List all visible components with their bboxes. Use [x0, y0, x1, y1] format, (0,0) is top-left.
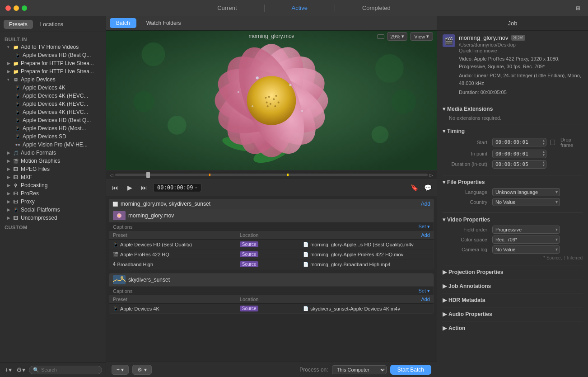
- duration-arrows: ▲ ▼: [543, 161, 545, 167]
- sidebar-item-label: MXF: [21, 174, 32, 180]
- go-to-start-button[interactable]: ⏮: [110, 182, 121, 193]
- view-button[interactable]: View ▾: [410, 32, 433, 41]
- tab-completed[interactable]: Completed: [335, 3, 418, 13]
- section-chevron-right-icon: ▶: [443, 269, 447, 275]
- col-header-preset-2: Preset: [113, 297, 240, 302]
- color-space-select[interactable]: Rec. 709*: [492, 236, 560, 244]
- sidebar-item-audio-formats[interactable]: ▶ 🎵 Audio Formats: [2, 149, 104, 157]
- sidebar-tab-presets[interactable]: Presets: [4, 20, 33, 29]
- job-file-name-morning-glory: morning_glory.mov: [128, 212, 174, 219]
- sidebar-item-apple-devices-4k-hevc2[interactable]: 📱 Apple Devices 4K (HEVC...: [2, 100, 104, 108]
- sidebar-item-prores[interactable]: ▶ 🎞 ProRes: [2, 189, 104, 198]
- file-icon: 📄: [303, 262, 308, 267]
- sidebar-item-apple-devices-4k-hevc1[interactable]: 📱 Apple Devices 4K (HEVC...: [2, 92, 104, 100]
- language-select[interactable]: Unknown language: [492, 188, 560, 196]
- sidebar-item-label: MPEG Files: [21, 166, 50, 172]
- timeline-bar[interactable]: [115, 174, 428, 176]
- settings-job-button[interactable]: ⚙ ▾: [132, 365, 151, 375]
- settings-button[interactable]: ⚙▾: [16, 365, 25, 374]
- sidebar-item-prepare-http-2[interactable]: ▶ 📁 Prepare for HTTP Live Strea...: [2, 67, 104, 75]
- start-time-input[interactable]: 00:00:00:01 ▲ ▼: [492, 138, 546, 146]
- field-order-select[interactable]: Progressive: [492, 226, 560, 234]
- video-properties-title[interactable]: ▾ Video Properties: [443, 216, 583, 224]
- tab-current[interactable]: Current: [190, 3, 264, 13]
- projection-title[interactable]: ▶ Projection Properties: [443, 268, 583, 276]
- camera-log-select[interactable]: No Value: [492, 245, 560, 254]
- add-job-button[interactable]: + ▾: [112, 365, 129, 375]
- sidebar-item-apple-devices-hd[interactable]: 📱 Apple Devices HD (Best Q...: [2, 51, 104, 59]
- audio-properties-title[interactable]: ▶ Audio Properties: [443, 310, 583, 318]
- sidebar-item-apple-devices-group[interactable]: ▾ 🖥 Apple Devices: [2, 75, 104, 84]
- preview-zoom[interactable]: 29% ▾: [387, 32, 407, 41]
- in-point-input[interactable]: 00:00:00:01 ▲ ▼: [492, 150, 546, 158]
- job-annotations-title[interactable]: ▶ Job Annotations: [443, 282, 583, 290]
- captions-row-skydivers: Captions Set ▾: [109, 286, 434, 295]
- set-label: Set: [418, 288, 426, 293]
- go-to-end-button[interactable]: ⏭: [139, 182, 149, 193]
- search-box[interactable]: 🔍: [29, 366, 102, 374]
- device-icon: 📱: [14, 52, 21, 58]
- sidebar-item-apple-devices-4k[interactable]: 📱 Apple Devices 4K: [2, 84, 104, 92]
- job-group-add-button[interactable]: Add: [421, 201, 430, 207]
- sidebar-item-add-to-tv[interactable]: ▾ 📁 Add to TV Home Videos: [2, 43, 104, 51]
- job-table-add-button-2[interactable]: Add: [303, 297, 430, 302]
- captions-set-button-2[interactable]: Set ▾: [418, 288, 430, 294]
- svg-point-30: [134, 91, 154, 112]
- search-input[interactable]: [41, 367, 98, 372]
- play-button[interactable]: ▶: [124, 182, 135, 193]
- sidebar-item-mpeg[interactable]: ▶ 🎞 MPEG Files: [2, 165, 104, 173]
- timing-title[interactable]: ▾ Timing: [443, 127, 583, 135]
- job-table-add-button[interactable]: Add: [303, 232, 430, 238]
- hdr-metadata-title[interactable]: ▶ HDR Metadata: [443, 296, 583, 304]
- chevron-right-icon: ▶: [7, 183, 12, 188]
- source-badge: Source: [240, 241, 259, 247]
- film-icon: 🎞: [13, 166, 19, 172]
- captions-set-button[interactable]: Set ▾: [418, 224, 430, 230]
- chevron-down-icon: ▾: [7, 45, 12, 49]
- action-title[interactable]: ▶ Action: [443, 324, 583, 332]
- drop-frame-checkbox[interactable]: [550, 140, 555, 145]
- tab-batch[interactable]: Batch: [110, 18, 136, 28]
- sidebar-item-apple-devices-hd-bestq[interactable]: 📱 Apple Devices HD (Best Q...: [2, 116, 104, 124]
- sidebar-item-mxf[interactable]: ▶ 🎞 MXF: [2, 173, 104, 181]
- time-display[interactable]: 00:00:00:09 ▾: [153, 183, 201, 192]
- folder-icon: 📁: [13, 44, 19, 50]
- media-extensions-title[interactable]: ▾ Media Extensions: [443, 105, 583, 113]
- chevron-right-icon: ▶: [7, 159, 12, 163]
- drop-frame-container: Drop frame: [550, 137, 583, 148]
- sidebar-item-prepare-http-1[interactable]: ▶ 📁 Prepare for HTTP Live Strea...: [2, 59, 104, 67]
- process-select[interactable]: This Computer: [332, 365, 387, 374]
- minimize-button[interactable]: [14, 5, 19, 11]
- in-point-label: In point:: [443, 151, 492, 156]
- tab-active[interactable]: Active: [265, 3, 335, 13]
- captions-button[interactable]: 💬: [422, 182, 433, 193]
- sidebar-item-apple-devices-4k-hevc3[interactable]: 📱 Apple Devices 4K (HEVC...: [2, 108, 104, 116]
- sidebar-item-apple-vision[interactable]: 👓 Apple Vision Pro (MV-HE...: [2, 141, 104, 149]
- right-panel-content: 🎬 morning_glory.mov SDR /Users/dannyrico…: [437, 31, 588, 377]
- sidebar-item-label: Audio Formats: [21, 150, 56, 156]
- sidebar-item-social[interactable]: ▶ 📱 Social Platforms: [2, 206, 104, 214]
- section-title-text: Job Annotations: [448, 283, 491, 289]
- grid-icon[interactable]: ⊞: [574, 4, 583, 13]
- timeline[interactable]: ◁ ▷: [106, 170, 437, 179]
- sidebar-item-motion-graphics[interactable]: ▶ 🎬 Motion Graphics: [2, 157, 104, 165]
- sidebar-item-label: Uncompressed: [21, 215, 57, 221]
- sidebar-item-apple-devices-sd[interactable]: 📱 Apple Devices SD: [2, 132, 104, 141]
- bookmark-button[interactable]: 🔖: [409, 182, 420, 193]
- sidebar-item-apple-devices-hd-most[interactable]: 📱 Apple Devices HD (Most...: [2, 124, 104, 132]
- tab-watch-folders[interactable]: Watch Folders: [140, 18, 187, 28]
- sidebar-tab-locations[interactable]: Locations: [35, 20, 69, 29]
- start-batch-button[interactable]: Start Batch: [390, 365, 431, 375]
- job-file-skydivers: skydivers_sunset Captions Set ▾ Preset L…: [109, 273, 434, 314]
- sidebar-item-proxy[interactable]: ▶ 🎞 Proxy: [2, 198, 104, 206]
- sidebar-item-uncompressed[interactable]: ▶ 🎞 Uncompressed: [2, 214, 104, 222]
- section-title-text: Timing: [447, 128, 465, 134]
- timeline-thumb[interactable]: [146, 172, 150, 178]
- duration-input[interactable]: 00:00:05:05 ▲ ▼: [492, 160, 546, 169]
- close-button[interactable]: [5, 5, 11, 11]
- country-select[interactable]: No Value: [492, 198, 560, 206]
- sidebar-item-podcasting[interactable]: ▶ 🎙 Podcasting: [2, 181, 104, 189]
- add-preset-button[interactable]: +▾: [4, 365, 13, 374]
- fullscreen-button[interactable]: [22, 5, 27, 11]
- file-properties-title[interactable]: ▾ File Properties: [443, 178, 583, 186]
